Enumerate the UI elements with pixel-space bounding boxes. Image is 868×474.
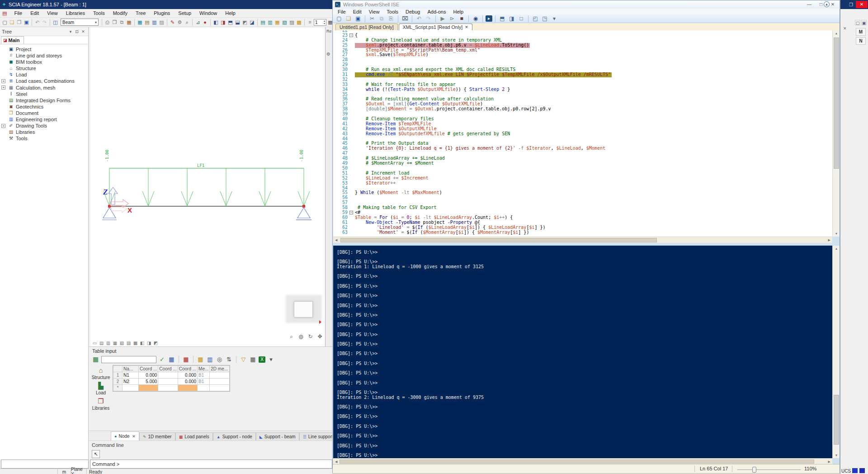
layers2-icon[interactable]: ▤: [99, 340, 104, 347]
column-header[interactable]: Me...: [198, 366, 210, 372]
new-script-icon[interactable]: ▢: [335, 15, 343, 23]
sort-icon[interactable]: ⇅: [225, 356, 233, 363]
close-icon[interactable]: ✕: [132, 434, 136, 439]
copy-icon[interactable]: ⧉: [377, 15, 386, 23]
layout-max-icon[interactable]: □: [517, 15, 525, 23]
show-script-icon[interactable]: ◳: [541, 15, 549, 23]
sidebar-item-project[interactable]: ▣Project: [0, 46, 88, 52]
table-to-document-icon[interactable]: ▦: [197, 356, 204, 363]
select-icon[interactable]: ▭: [92, 340, 98, 347]
activity-icon[interactable]: ▤: [259, 19, 266, 26]
minimize-button[interactable]: —: [803, 1, 815, 8]
viewport-5-icon[interactable]: ◩: [241, 19, 248, 26]
expand-icon[interactable]: +: [1, 85, 5, 90]
new-table-icon[interactable]: ▦: [168, 356, 175, 363]
settings-gear-icon[interactable]: ⚙: [176, 19, 183, 26]
sidebar-item-document[interactable]: ❒Document: [0, 110, 88, 116]
scia-menu-plugins[interactable]: Plugins: [150, 9, 174, 17]
scia-menu-tree[interactable]: Tree: [132, 9, 149, 17]
grid-cell[interactable]: 0.000: [139, 372, 158, 379]
remove-table-icon[interactable]: ▦: [182, 356, 190, 363]
image-icon[interactable]: ▨: [158, 19, 165, 26]
viewport-1-icon[interactable]: ◧: [212, 19, 219, 26]
scia-menu-tools[interactable]: Tools: [90, 9, 108, 17]
close-icon[interactable]: ✕: [80, 29, 86, 34]
activity-spinner[interactable]: 1▴▾: [314, 19, 326, 26]
ise-menu-debug[interactable]: Debug: [402, 9, 423, 14]
table-grid-icon[interactable]: ▦: [249, 356, 257, 363]
script-tab-0[interactable]: Untitled1.ps1 [Read Only]: [335, 24, 398, 30]
console-pane[interactable]: [DBG]: PS U:\>> [DBG]: PS U:\>>Iteration…: [333, 246, 832, 458]
shade-icon[interactable]: ◧: [139, 340, 145, 347]
sidebar-item-line-grid-and-storeys[interactable]: #Line grid and storeys: [0, 52, 88, 59]
pan-view-icon[interactable]: ✥: [316, 333, 323, 340]
ise-menu-file[interactable]: File: [335, 9, 349, 14]
tab-line-support-beam[interactable]: ☰Line support - beam: [299, 432, 332, 441]
sidebar-item-engineering-report[interactable]: ▥Engineering report: [0, 116, 88, 123]
tree-tab-main[interactable]: ◪ Main: [1, 36, 24, 44]
rotate-view-icon[interactable]: ↻: [307, 333, 314, 340]
pointer-tool-button[interactable]: ↖: [92, 450, 100, 458]
panel-close-icon[interactable]: ✕: [843, 26, 847, 31]
sidebar-item-tools[interactable]: ⚒Tools: [0, 135, 88, 142]
sidebar-item-bim-toolbox[interactable]: ◼BIM toolbox: [0, 59, 88, 65]
grid-corner[interactable]: [113, 366, 123, 372]
viewport-4-icon[interactable]: ⬓: [234, 19, 241, 26]
column-header[interactable]: Coord ...: [158, 366, 178, 372]
save-icon[interactable]: ▣: [23, 19, 30, 26]
table-filter-input[interactable]: [101, 356, 156, 363]
grid-cell[interactable]: N2: [123, 379, 139, 385]
run-script-icon[interactable]: ▶: [439, 15, 447, 23]
grid-cell[interactable]: [158, 379, 178, 385]
column-header[interactable]: Coord ...: [178, 366, 197, 372]
cut-icon[interactable]: ✂: [368, 15, 376, 23]
rail-libraries[interactable]: ❒Libraries: [92, 397, 109, 411]
fold-collapse-icon[interactable]: −: [349, 33, 353, 37]
command-input[interactable]: [90, 460, 332, 469]
copy-picture-icon[interactable]: ⧉: [118, 19, 125, 26]
print-preview-icon[interactable]: ❒: [111, 19, 118, 26]
node-tool-icon[interactable]: ●: [202, 19, 208, 26]
scia-menu-help[interactable]: Help: [222, 9, 239, 17]
overflow-icon[interactable]: ▾: [550, 15, 558, 23]
view-cube[interactable]: [294, 301, 313, 318]
sidebar-item-calculation-mesh[interactable]: +▦Calculation, mesh: [0, 85, 88, 91]
column-header[interactable]: 2D me...: [210, 366, 230, 372]
sidebar-item-structure[interactable]: ⌂Structure: [0, 65, 88, 71]
editor-vertical-scrollbar[interactable]: ▲ ▼: [832, 30, 840, 237]
import-icon[interactable]: ❐: [16, 19, 23, 26]
grid-cell[interactable]: 0.000: [178, 372, 197, 379]
grid-cell[interactable]: [210, 379, 230, 385]
script-tab-1[interactable]: XML_Script.ps1 [Read Only]✕: [399, 24, 472, 30]
zoom-tool-icon[interactable]: ⌕: [184, 19, 190, 26]
column-header[interactable]: Na...: [123, 366, 139, 372]
gallery-icon[interactable]: ▦: [126, 19, 132, 26]
grid-cell[interactable]: [158, 372, 178, 379]
rail-load[interactable]: ▙Load: [95, 381, 107, 395]
zoom-all-icon[interactable]: ◍: [297, 333, 304, 340]
spin-b-icon[interactable]: ▦: [327, 19, 332, 26]
close-viewport-icon[interactable]: ◫: [52, 19, 59, 26]
editor-horizontal-scrollbar[interactable]: ◀ ▶: [333, 237, 832, 243]
view-icon[interactable]: ▥: [105, 340, 111, 347]
gear-icon[interactable]: ⚙: [326, 52, 332, 57]
scia-menu-modify[interactable]: Modify: [109, 9, 131, 17]
grid-cell[interactable]: 2: [113, 379, 123, 385]
table-composer-icon[interactable]: ▥: [151, 19, 158, 26]
grid-cell[interactable]: [139, 385, 158, 391]
redo-icon[interactable]: ↷: [41, 19, 48, 26]
console-vertical-scrollbar[interactable]: ▲ ▼: [832, 246, 840, 458]
grid-cell[interactable]: 5.000: [139, 379, 158, 385]
sidebar-item-integrated-design-forms[interactable]: ▤Integrated Design Forms: [0, 97, 88, 104]
find-icon[interactable]: ◎: [216, 356, 223, 363]
pin-icon[interactable]: ⊡: [74, 29, 80, 34]
member-tool-icon[interactable]: ⊿: [194, 19, 201, 26]
column-header[interactable]: Coord ...: [139, 366, 158, 372]
clipping-box-icon[interactable]: ▦: [274, 19, 281, 26]
rail-structure[interactable]: ⌂Structure: [92, 366, 110, 380]
zoom-slider[interactable]: [752, 467, 756, 473]
strip-button-n[interactable]: N: [856, 37, 866, 45]
collapse-chevron-icon[interactable]: ▲: [824, 1, 830, 7]
scia-menu-edit[interactable]: Edit: [27, 9, 42, 17]
save-script-icon[interactable]: ▣: [354, 15, 362, 23]
